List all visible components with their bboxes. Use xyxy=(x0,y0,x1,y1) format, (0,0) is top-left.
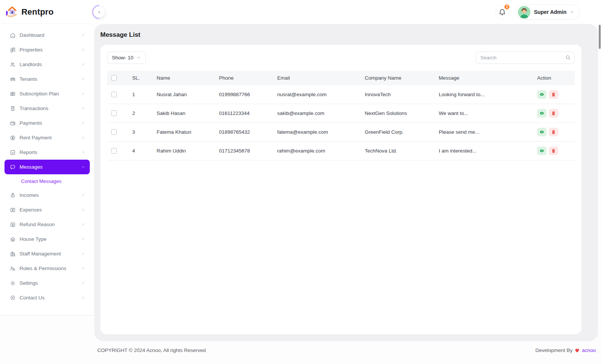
cell-email: nusrat@example.com xyxy=(277,92,365,97)
chevron-right-icon xyxy=(81,106,85,110)
chart-icon xyxy=(10,150,16,156)
sidebar-item-tenants[interactable]: Tenants xyxy=(5,72,90,86)
sidebar-toggle-button[interactable] xyxy=(94,6,105,18)
row-checkbox[interactable] xyxy=(111,129,117,135)
roles-icon xyxy=(10,266,16,272)
footer: COPYRIGHT © 2024 Acnoo, All rights Reser… xyxy=(0,341,601,364)
table-row: 1 Nusrat Jahan 01999887766 nusrat@exampl… xyxy=(107,85,575,104)
column-header-sl: SL. xyxy=(132,75,157,81)
scrollbar-thumb[interactable] xyxy=(599,25,601,49)
notification-count-badge: 2 xyxy=(504,4,510,10)
sidebar-item-label: Properties xyxy=(20,47,43,53)
chevron-down-icon xyxy=(570,10,574,14)
delete-button[interactable] xyxy=(549,90,558,99)
heart-icon xyxy=(574,347,580,353)
table-body: 1 Nusrat Jahan 01999887766 nusrat@exampl… xyxy=(107,85,575,160)
chat-icon xyxy=(10,164,16,170)
row-checkbox[interactable] xyxy=(111,110,117,116)
notifications-button[interactable]: 2 xyxy=(495,5,509,19)
sidebar-item-expenses[interactable]: Expenses xyxy=(5,202,90,217)
sidebar-item-roles-permissions[interactable]: Roles & Permissions xyxy=(5,261,90,276)
sidebar-item-transactions[interactable]: Transactions xyxy=(5,101,90,116)
page-title: Message List xyxy=(100,31,140,39)
users-group-icon xyxy=(10,76,16,82)
sidebar-item-label: Staff Management xyxy=(20,251,61,257)
cell-name: Nusrat Jahan xyxy=(157,92,219,97)
sidebar-item-refund-reason[interactable]: Refund Reason xyxy=(5,217,90,232)
chevron-right-icon xyxy=(81,193,85,197)
row-checkbox[interactable] xyxy=(111,148,117,154)
trash-icon xyxy=(551,130,556,134)
column-header-email: Email xyxy=(277,75,365,81)
chat-face-icon xyxy=(10,295,16,301)
receipt-icon xyxy=(10,106,16,112)
view-button[interactable] xyxy=(537,147,547,155)
chevron-right-icon xyxy=(81,62,85,66)
cell-company: GreenField Corp. xyxy=(365,129,439,135)
cell-phone: 01611223344 xyxy=(219,110,277,116)
cell-sl: 1 xyxy=(132,92,157,97)
sidebar-item-staff-management[interactable]: Staff Management xyxy=(5,246,90,261)
trash-icon xyxy=(551,92,556,97)
sidebar-item-label: Contact Us xyxy=(20,295,45,301)
gear-icon xyxy=(10,280,16,286)
chevron-down-icon xyxy=(81,165,85,169)
sidebar-item-payments[interactable]: Payments xyxy=(5,116,90,130)
sidebar-item-label: Messages xyxy=(20,164,43,170)
column-header-phone: Phone xyxy=(219,75,277,81)
cell-name: Fatema Khatun xyxy=(157,129,219,135)
wallet-icon xyxy=(10,120,16,126)
sidebar-item-label: Subscription Plan xyxy=(20,91,59,97)
sidebar-item-subscription-plan[interactable]: Subscription Plan xyxy=(5,86,90,101)
column-header-action: Action xyxy=(537,75,575,81)
chevron-down-icon xyxy=(137,56,141,60)
user-menu[interactable]: Super Admin xyxy=(516,5,580,20)
chevron-left-icon xyxy=(97,10,102,15)
sidebar-subitem-contact-messages[interactable]: Contact Messages xyxy=(0,174,94,188)
chevron-right-icon xyxy=(81,48,85,52)
sidebar-item-properties[interactable]: Properties xyxy=(5,42,90,57)
sidebar-item-label: Dashboard xyxy=(20,32,44,38)
cell-sl: 3 xyxy=(132,129,157,135)
cell-email: fatema@example.com xyxy=(277,129,365,135)
view-button[interactable] xyxy=(537,128,547,136)
sidebar-item-label: Transactions xyxy=(20,106,48,111)
building-icon xyxy=(10,47,16,53)
cell-sl: 2 xyxy=(132,110,157,116)
search-input[interactable] xyxy=(476,51,575,64)
eye-icon xyxy=(539,148,544,153)
row-checkbox[interactable] xyxy=(111,92,117,97)
brand-logo: Rentpro xyxy=(0,0,94,24)
view-button[interactable] xyxy=(537,109,547,118)
house-icon xyxy=(10,236,16,242)
sidebar-item-messages[interactable]: Messages xyxy=(5,160,90,174)
eye-icon xyxy=(539,111,544,116)
sidebar-item-dashboard[interactable]: Dashboard xyxy=(5,28,90,42)
sidebar-item-contact-us[interactable]: Contact Us xyxy=(5,290,90,305)
select-all-checkbox[interactable] xyxy=(111,75,117,81)
sidebar: Rentpro Dashboard Properties Landlords T… xyxy=(0,0,94,316)
sidebar-item-label: Landlords xyxy=(20,62,42,67)
sidebar-item-landlords[interactable]: Landlords xyxy=(5,57,90,72)
sidebar-item-house-type[interactable]: House Type xyxy=(5,232,90,246)
delete-button[interactable] xyxy=(549,128,558,136)
sidebar-item-reports[interactable]: Reports xyxy=(5,145,90,160)
refund-card-icon xyxy=(10,222,16,228)
show-entries-select[interactable]: Show- 10 xyxy=(107,51,146,64)
sidebar-item-incomes[interactable]: Incomes xyxy=(5,188,90,202)
brand-name: Rentpro xyxy=(21,7,54,17)
sidebar-item-label: Rent Payment xyxy=(20,135,52,140)
delete-button[interactable] xyxy=(549,147,558,155)
delete-button[interactable] xyxy=(549,109,558,118)
dev-brand-link[interactable]: acnoo xyxy=(582,347,596,353)
cell-email: rahim@example.com xyxy=(277,148,365,154)
sidebar-item-rent-payment[interactable]: Rent Payment xyxy=(5,130,90,145)
eye-icon xyxy=(539,130,544,134)
cell-company: InnovaTech xyxy=(365,92,439,97)
chevron-right-icon xyxy=(81,121,85,125)
view-button[interactable] xyxy=(537,90,547,99)
user-name: Super Admin xyxy=(534,9,566,15)
cell-company: TechNova Ltd. xyxy=(365,148,439,154)
sidebar-item-label: Settings xyxy=(20,280,38,286)
sidebar-item-settings[interactable]: Settings xyxy=(5,276,90,290)
